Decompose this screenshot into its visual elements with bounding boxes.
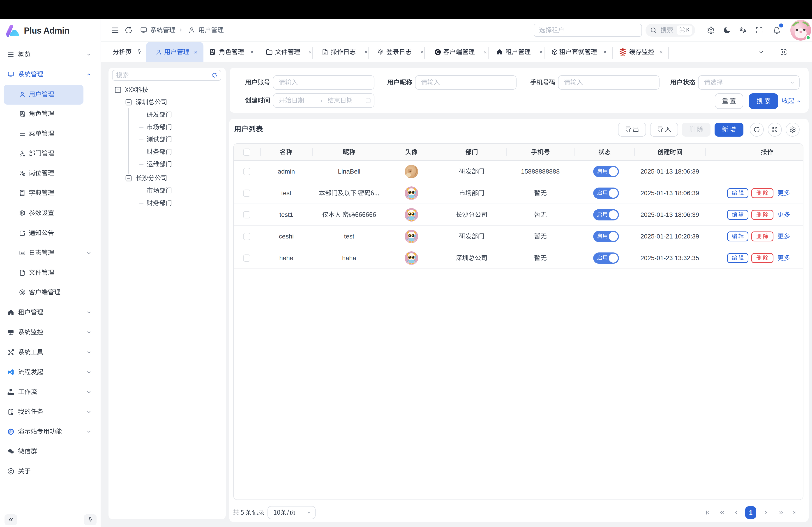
svg-text:redis: redis bbox=[621, 54, 625, 56]
